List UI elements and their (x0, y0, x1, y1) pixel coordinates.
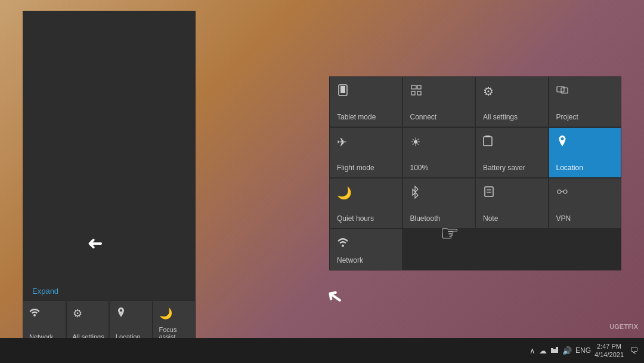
svg-rect-20 (556, 347, 558, 353)
svg-rect-4 (417, 85, 421, 89)
tablet-mode-icon (337, 84, 349, 99)
panel-all-settings-label: All settings (483, 113, 518, 121)
panel-tile-project[interactable]: Project (549, 76, 622, 127)
all-settings-icon: ⚙ (73, 307, 82, 320)
svg-point-17 (342, 245, 344, 247)
panel-network-icon (337, 236, 349, 251)
cloud-icon[interactable]: ☁ (539, 346, 547, 355)
panel-tile-all-settings[interactable]: ⚙ All settings (475, 76, 549, 127)
language-indicator[interactable]: ENG (575, 346, 591, 355)
panel-tile-tablet-mode[interactable]: Tablet mode (329, 76, 402, 127)
battery-saver-icon (483, 135, 493, 150)
panel-tile-brightness[interactable]: ☀ 100% (402, 127, 476, 178)
clock[interactable]: 2:47 PM 4/14/2021 (595, 342, 624, 359)
svg-point-0 (33, 314, 36, 316)
panel-battery-saver-label: Battery saver (483, 164, 525, 172)
svg-point-14 (558, 190, 561, 193)
panel-tile-flight-mode[interactable]: ✈ Flight mode (329, 127, 402, 178)
vpn-icon (556, 186, 568, 201)
note-icon (483, 186, 495, 201)
svg-rect-10 (484, 137, 492, 146)
svg-rect-3 (411, 85, 416, 89)
svg-point-15 (564, 190, 567, 193)
notification-center-icon[interactable]: 🗨 (630, 346, 638, 355)
svg-rect-19 (553, 349, 556, 353)
flight-mode-icon: ✈ (337, 135, 347, 149)
panel-tile-location[interactable]: Location (549, 127, 622, 178)
panel-network-label: Network (337, 256, 363, 264)
quiet-hours-icon: 🌙 (337, 186, 352, 200)
svg-rect-18 (551, 348, 553, 353)
panel-tile-vpn[interactable]: VPN (549, 178, 622, 229)
panel-brightness-label: 100% (410, 164, 429, 172)
panel-quiet-hours-label: Quiet hours (337, 214, 374, 223)
panel-project-label: Project (556, 113, 578, 121)
expand-area: Expand (23, 281, 196, 300)
svg-rect-2 (340, 86, 345, 93)
panel-note-label: Note (483, 214, 498, 223)
taskbar: ∧ ☁ 🔊 ENG 2:47 PM 4/14/2021 🗨 (0, 338, 644, 363)
brightness-icon: ☀ (410, 135, 421, 149)
speaker-icon[interactable]: 🔊 (562, 346, 572, 355)
quick-panel: Tablet mode Connect ⚙ All settings Proje… (329, 76, 621, 270)
panel-tile-battery-saver[interactable]: Battery saver (475, 127, 549, 178)
focus-assist-icon: 🌙 (159, 307, 172, 320)
panel-tile-note[interactable]: Note (475, 178, 549, 229)
panel-flight-mode-label: Flight mode (337, 164, 374, 172)
panel-tile-quiet-hours[interactable]: 🌙 Quiet hours (329, 178, 402, 229)
panel-location-icon (556, 135, 568, 150)
expand-arrow: ➜ (87, 232, 103, 254)
action-center: Expand ➜ Network ⚙ All settings (23, 11, 196, 345)
project-icon (556, 84, 568, 99)
time-display: 2:47 PM (597, 342, 621, 350)
watermark: UGETFIX (609, 323, 638, 330)
down-arrow: ➜ (321, 282, 349, 311)
panel-bluetooth-label: Bluetooth (410, 214, 441, 223)
panel-vpn-label: VPN (556, 214, 571, 223)
panel-tile-network[interactable]: Network (329, 229, 402, 270)
expand-button[interactable]: Expand (32, 287, 58, 296)
connect-icon (410, 84, 422, 99)
panel-tablet-mode-label: Tablet mode (337, 113, 376, 121)
systray: ∧ ☁ 🔊 ENG 2:47 PM 4/14/2021 🗨 (530, 342, 638, 359)
svg-rect-6 (417, 91, 421, 95)
bluetooth-icon (410, 186, 420, 202)
panel-settings-icon: ⚙ (483, 84, 494, 99)
network-taskbar-icon[interactable] (550, 346, 559, 356)
date-display: 4/14/2021 (595, 350, 624, 359)
panel-tile-connect[interactable]: Connect (402, 76, 476, 127)
panel-location-label: Location (556, 164, 583, 172)
svg-rect-5 (411, 91, 415, 95)
location-icon (116, 307, 126, 321)
panel-tile-bluetooth[interactable]: Bluetooth (402, 178, 476, 229)
chevron-up-icon[interactable]: ∧ (530, 346, 535, 355)
panel-connect-label: Connect (410, 113, 437, 121)
svg-rect-7 (557, 87, 564, 92)
network-icon (29, 307, 40, 321)
svg-rect-11 (485, 187, 493, 196)
